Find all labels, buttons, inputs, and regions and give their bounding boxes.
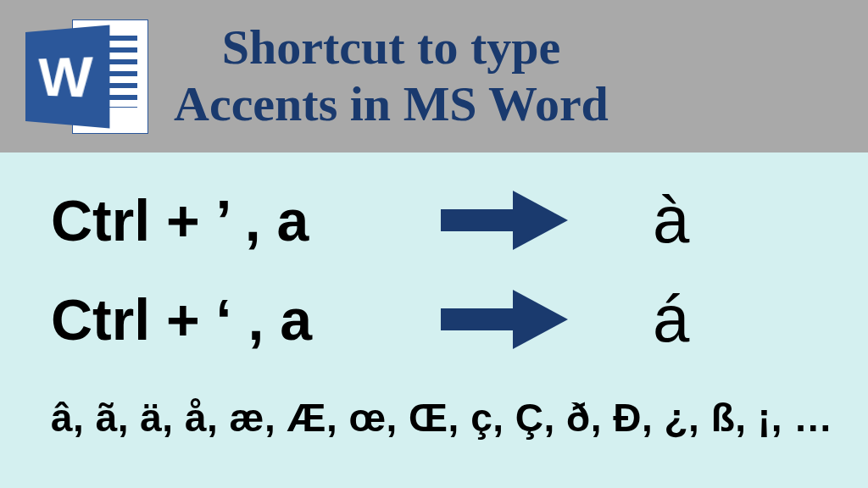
shortcut-row: Ctrl + ‘ , a á [51,279,817,359]
title-line-2: Accents in MS Word [174,76,609,131]
arrow-right-icon [441,290,568,349]
word-icon-book [25,25,109,128]
accent-characters-list: â, ã, ä, å, æ, Æ, œ, Œ, ç, Ç, ð, Đ, ¿, ß… [51,395,817,441]
arrow-right-icon [441,191,568,250]
shortcut-key-combo: Ctrl + ‘ , a [51,286,441,352]
result-character: à [653,181,689,258]
svg-rect-0 [441,209,517,231]
ms-word-icon [25,15,148,138]
content-area: Ctrl + ’ , a à Ctrl + ‘ , a á â, ã, ä, å… [0,152,868,488]
shortcut-key-combo: Ctrl + ’ , a [51,187,441,253]
svg-marker-3 [513,290,568,349]
shortcut-row: Ctrl + ’ , a à [51,180,817,260]
title-line-1: Shortcut to type [222,19,561,75]
svg-marker-1 [513,191,568,250]
svg-rect-2 [441,308,517,330]
result-character: á [653,280,689,358]
page-title: Shortcut to type Accents in MS Word [174,19,609,132]
header-banner: Shortcut to type Accents in MS Word [0,0,868,152]
